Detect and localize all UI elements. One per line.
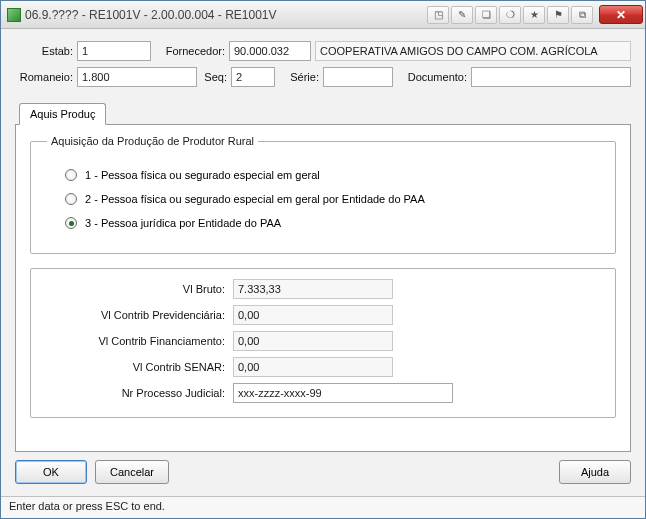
toolbar-icon-6[interactable]: ⚑ [547,6,569,24]
romaneio-label: Romaneio: [15,71,73,83]
vl-fin-label: Vl Contrib Financiamento: [47,335,227,347]
serie-input[interactable] [323,67,393,87]
app-icon [7,8,21,22]
status-text: Enter data or press ESC to end. [9,500,165,512]
close-icon: ✕ [616,8,626,22]
group-legend: Aquisição da Produção de Produtor Rural [47,135,258,147]
seq-input[interactable] [231,67,275,87]
documento-label: Documento: [397,71,467,83]
toolbar-icon-7[interactable]: ⧉ [571,6,593,24]
ok-button[interactable]: OK [15,460,87,484]
group-aquisicao: Aquisição da Produção de Produtor Rural … [30,135,616,254]
nr-proc-label: Nr Processo Judicial: [47,387,227,399]
toolbar-icon-5[interactable]: ★ [523,6,545,24]
fornecedor-input[interactable] [229,41,311,61]
estab-label: Estab: [15,45,73,57]
help-button[interactable]: Ajuda [559,460,631,484]
toolbar-icon-2[interactable]: ✎ [451,6,473,24]
vl-senar-field [233,357,393,377]
estab-input[interactable] [77,41,151,61]
documento-input[interactable] [471,67,631,87]
content-area: Estab: Fornecedor: Romaneio: Seq: Série:… [1,29,645,496]
radio-label: 2 - Pessoa física ou segurado especial e… [85,193,425,205]
tab-body: Aquisição da Produção de Produtor Rural … [15,124,631,452]
button-label: Cancelar [110,466,154,478]
cancel-button[interactable]: Cancelar [95,460,169,484]
vl-fin-field [233,331,393,351]
radio-icon [65,193,77,205]
window-title: 06.9.???? - RE1001V - 2.00.00.004 - RE10… [25,8,277,22]
tab-label: Aquis Produç [30,108,95,120]
radio-icon [65,169,77,181]
vl-bruto-label: Vl Bruto: [47,283,227,295]
vl-prev-field [233,305,393,325]
radio-label: 3 - Pessoa jurídica por Entidade do PAA [85,217,281,229]
romaneio-input[interactable] [77,67,197,87]
tab-area: Aquis Produç Aquisição da Produção de Pr… [15,103,631,452]
group-valores: Vl Bruto: Vl Contrib Previdenciária: Vl … [30,268,616,418]
serie-label: Série: [279,71,319,83]
toolbar-icon-4[interactable]: ❍ [499,6,521,24]
toolbar-icon-1[interactable]: ◳ [427,6,449,24]
close-button[interactable]: ✕ [599,5,643,24]
button-label: Ajuda [581,466,609,478]
header-row-2: Romaneio: Seq: Série: Documento: [15,67,631,87]
status-bar: Enter data or press ESC to end. [1,496,645,518]
vl-prev-label: Vl Contrib Previdenciária: [47,309,227,321]
header-row-1: Estab: Fornecedor: [15,41,631,61]
button-label: OK [43,466,59,478]
vl-senar-label: Vl Contrib SENAR: [47,361,227,373]
footer-buttons: OK Cancelar Ajuda [15,460,631,484]
radio-option-2[interactable]: 2 - Pessoa física ou segurado especial e… [65,193,599,205]
vl-bruto-field [233,279,393,299]
radio-option-3[interactable]: 3 - Pessoa jurídica por Entidade do PAA [65,217,599,229]
nr-proc-input[interactable] [233,383,453,403]
radio-label: 1 - Pessoa física ou segurado especial e… [85,169,320,181]
window: 06.9.???? - RE1001V - 2.00.00.004 - RE10… [0,0,646,519]
radio-option-1[interactable]: 1 - Pessoa física ou segurado especial e… [65,169,599,181]
toolbar-icon-3[interactable]: ❏ [475,6,497,24]
fornecedor-nome [315,41,631,61]
titlebar: 06.9.???? - RE1001V - 2.00.00.004 - RE10… [1,1,645,29]
seq-label: Seq: [201,71,227,83]
fornecedor-label: Fornecedor: [155,45,225,57]
tab-aquis-produc[interactable]: Aquis Produç [19,103,106,125]
radio-icon [65,217,77,229]
